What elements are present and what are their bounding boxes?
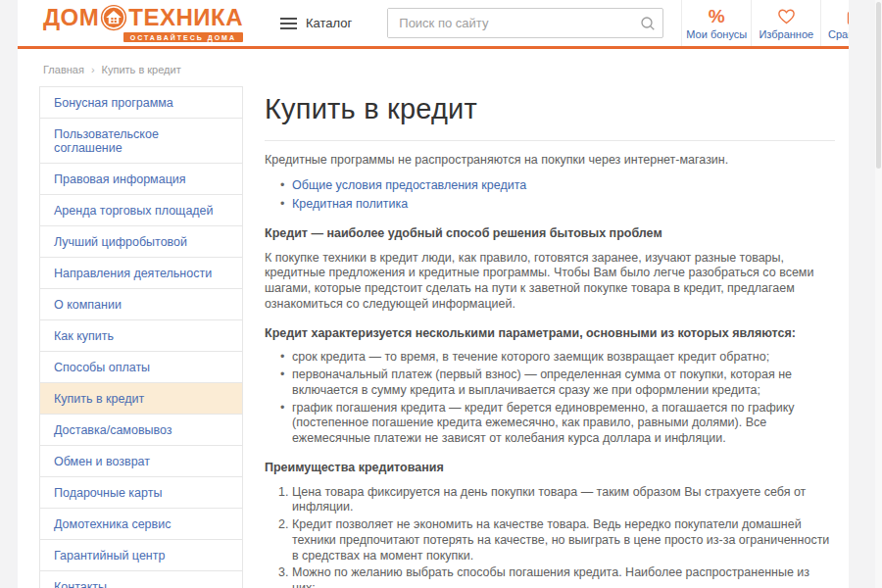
intro-paragraph: Кредитные программы не распространяются … [265,153,835,169]
sidebar-item-user-agreement[interactable]: Пользовательское соглашение [40,119,242,164]
header: ДОМ ТЕХНИКА ОСТАВАЙТЕСЬ ДОМА Каталог [18,0,849,49]
sidebar-item-contacts[interactable]: Контакты [40,571,242,588]
sidebar-item-how-to-buy[interactable]: Как купить [40,320,242,352]
favorites-label: Избранное [759,28,813,40]
list-item: Общие условия предоставления кредита [292,178,835,194]
list-item: первоначальный платеж (первый взнос) — о… [292,368,835,399]
sidebar-item-exchange-return[interactable]: Обмен и возврат [40,446,242,477]
sidebar-item-delivery[interactable]: Доставка/самовывоз [40,415,242,446]
credit-policy-link[interactable]: Кредитная политика [292,197,408,211]
sidebar-item-gift-cards[interactable]: Подарочные карты [40,477,242,509]
breadcrumb-current: Купить в кредит [102,64,181,75]
logo-text-left: ДОМ [43,6,99,29]
sidebar-item-activities[interactable]: Направления деятельности [40,258,242,289]
list-item: Кредит позволяет не экономить на качеств… [292,517,835,564]
search-area [375,0,681,46]
breadcrumb-home-link[interactable]: Главная [43,64,84,75]
logo[interactable]: ДОМ ТЕХНИКА ОСТАВАЙТЕСЬ ДОМА [43,0,257,46]
sidebar-nav: Бонусная программа Пользовательское согл… [39,86,243,588]
sidebar-item-buy-on-credit[interactable]: Купить в кредит [40,383,242,415]
credit-terms-link[interactable]: Общие условия предоставления кредита [292,178,526,192]
compare-button[interactable]: Сравнение [820,0,849,46]
compare-icon [847,6,849,25]
page-container: ДОМ ТЕХНИКА ОСТАВАЙТЕСЬ ДОМА Каталог [18,0,849,588]
breadcrumb-separator: › [91,64,95,75]
content-row: Бонусная программа Пользовательское согл… [18,86,849,588]
page-title: Купить в кредит [265,91,835,127]
list-item: Кредитная политика [292,197,835,213]
breadcrumb: Главная › Купить в кредит [18,49,849,86]
logo-tagline: ОСТАВАЙТЕСЬ ДОМА [123,32,243,42]
sidebar-item-legal-info[interactable]: Правовая информация [40,164,242,195]
hamburger-icon [280,18,297,29]
sidebar-item-warranty-center[interactable]: Гарантийный центр [40,540,242,571]
sidebar-item-service[interactable]: Домотехника сервис [40,509,242,540]
paragraph-preparation: К покупке техники в кредит люди, как пра… [265,251,835,313]
advantage-repayment-intro: Можно по желанию выбрать способы погашен… [292,565,809,588]
credit-params-list: срок кредита — то время, в течение котор… [265,350,835,447]
sidebar-item-about[interactable]: О компании [40,289,242,320]
sidebar-item-payment-methods[interactable]: Способы оплаты [40,352,242,383]
list-item: Можно по желанию выбрать способы погашен… [292,565,835,588]
catalog-label: Каталог [306,16,352,30]
catalog-button[interactable]: Каталог [257,0,375,46]
scrollbar-thumb[interactable] [876,2,881,169]
sidebar-item-bonus-program[interactable]: Бонусная программа [40,87,242,119]
house-icon [100,4,127,31]
search-icon [640,16,656,31]
search-input[interactable] [388,9,633,37]
bonuses-label: Мои бонусы [686,28,747,40]
sidebar-item-best-digital[interactable]: Лучший цифробытовой [40,226,242,258]
title-divider [265,140,835,141]
search-box [387,8,663,38]
search-button[interactable] [633,9,662,37]
main-content: Купить в кредит Кредитные программы не р… [265,86,849,588]
heart-icon [777,6,796,25]
list-item: Цена товара фиксируется на день покупки … [292,485,835,516]
credit-doc-links: Общие условия предоставления кредита Кре… [265,178,835,213]
heading-credit-convenient: Кредит — наиболее удобный способ решения… [265,226,835,242]
list-item: график погашения кредита — кредит беретс… [292,401,835,447]
heading-credit-params: Кредит характеризуется несколькими парам… [265,326,835,342]
sidebar-item-rent[interactable]: Аренда торговых площадей [40,195,242,226]
advantages-list: Цена товара фиксируется на день покупки … [265,485,835,588]
logo-wordmark: ДОМ ТЕХНИКА [43,4,243,31]
compare-label: Сравнение [828,28,849,40]
list-item: срок кредита — то время, в течение котор… [292,350,835,366]
heading-advantages: Преимущества кредитования [265,461,835,476]
bonuses-button[interactable]: % Мои бонусы [681,0,751,46]
favorites-button[interactable]: Избранное [751,0,820,46]
percent-icon: % [709,6,725,25]
page-scrollbar[interactable] [875,0,882,588]
header-actions: % Мои бонусы Избранное Сравне [681,0,849,46]
logo-text-right: ТЕХНИКА [128,6,243,29]
